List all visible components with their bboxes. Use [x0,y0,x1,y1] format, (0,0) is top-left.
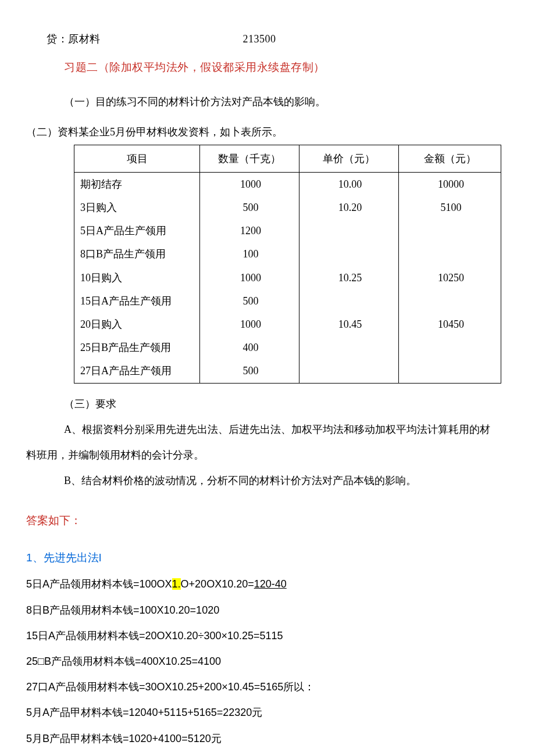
data-intro: （二）资料某企业5月份甲材料收发资料，如卜表所示。 [26,122,509,142]
table-row: 25日B产品生产领用 400 [74,336,501,359]
answer-title: 答案如下： [26,510,509,531]
table-row: 10日购入 1000 10.25 10250 [74,266,501,289]
underlined-result: 120-40 [254,578,287,590]
table-row: 期初结存 1000 10.00 10000 [74,172,501,196]
requirement-a-line2: 料班用，并编制领用材料的会计分录。 [26,445,509,465]
calc-line-3: 15日A产品领用材料本钱=20OX10.20÷300×10.25=5115 [26,626,509,646]
table-row: 15日A产品生产领用 500 [74,289,501,313]
requirement-label: （三）要求 [26,394,509,414]
th-item: 项目 [74,145,200,172]
material-table: 项目 数量（千克） 单价（元） 金额（元） 期初结存 1000 10.00 10… [74,145,501,384]
calc-line-2: 8日B产品领用材料本钱=100X10.20=1020 [26,600,509,620]
th-price: 单价（元） [299,145,398,172]
calc-line-1: 5日A产品领用材料本钱=100OX1.O+20OX10.20=120-40 [26,574,509,594]
calc-line-6: 5月A产品甲材料本钱=12040+5115+5165=22320元 [26,703,509,722]
table-row: 3日购入 500 10.20 5100 [74,196,501,219]
table-row: 5日A产品生产领用 1200 [74,219,501,242]
exercise-title: 习题二（除加权平均法外，假设都采用永续盘存制） [26,57,509,78]
th-amount: 金额（元） [399,145,501,172]
requirement-b: B、结合材料价格的波动情况，分析不同的材料计价方法对产品本钱的影响。 [26,471,509,490]
calc-line-5: 27口A产品领用材料本钱=30OX10.25+200×10.45=5165所以： [26,677,509,697]
header-loan-line: 贷：原材料 213500 [26,29,509,49]
table-row: 20日购入 1000 10.45 10450 [74,313,501,336]
calc-line-4: 25□B产品领用材料本钱=400X10.25=4100 [26,651,509,671]
calc-line-7: 5月B产品甲材料本钱=1020+4100=5120元 [26,729,509,748]
th-qty: 数量（千克） [200,145,299,172]
requirement-a-line1: A、根据资料分别采用先进先出法、后进先出法、加权平均法和移动加权平均法计算耗用的… [26,420,509,439]
purpose-line: （一）目的练习不同的材料计价方法对产品本钱的影响。 [26,92,509,112]
loan-label: 贷：原材料 [47,33,101,45]
highlighted-text: 1. [172,578,181,590]
table-row: 8口B产品生产领用 100 [74,242,501,266]
loan-amount: 213500 [243,33,276,45]
table-row: 27日A产品生产领用 500 [74,359,501,383]
method-1-title: 1、先进先出法I [26,547,509,568]
